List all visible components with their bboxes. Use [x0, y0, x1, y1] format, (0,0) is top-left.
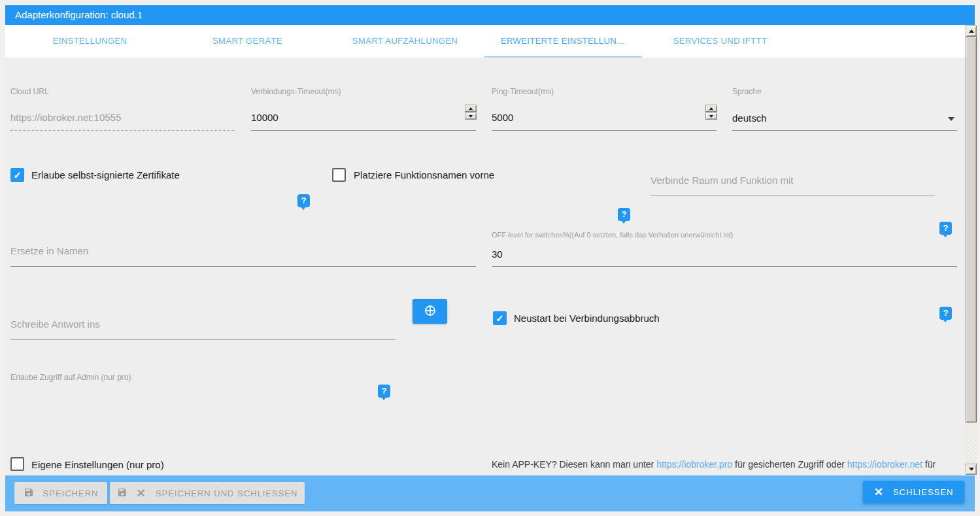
response-oid-input[interactable]	[10, 309, 396, 340]
close-button[interactable]: ✕ SCHLIESSEN	[863, 481, 964, 503]
close-icon: ✕	[874, 487, 884, 498]
function-first-checkbox[interactable]	[332, 168, 346, 182]
response-oid-help-icon[interactable]: ?	[378, 385, 390, 398]
function-first-help-icon[interactable]: ?	[618, 208, 630, 221]
tab-bar: EINSTELLUNGEN SMART GERÄTE SMART AUFZÄHL…	[5, 25, 966, 58]
concatenate-word-help-icon[interactable]: ?	[939, 222, 952, 235]
restart-on-disconnect-checkbox[interactable]: ✓	[493, 311, 507, 325]
select-object-id-button[interactable]	[413, 299, 447, 324]
off-level-input[interactable]	[492, 241, 957, 267]
scrollbar-thumb[interactable]	[966, 37, 977, 422]
function-first-label[interactable]: Platziere Funktionsnamen vorne	[354, 169, 494, 181]
connection-timeout-spinner[interactable]	[465, 105, 477, 120]
off-level-label: OFF level for switches%((Auf 0 setzten, …	[492, 231, 733, 239]
tab-strip: EINSTELLUNGEN SMART GERÄTE SMART AUFZÄHL…	[11, 25, 799, 58]
close-icon: ✕	[137, 488, 146, 499]
cloud-url-input	[10, 105, 235, 131]
appkey-hint-text: Kein APP-KEY? Diesen kann man unter http…	[492, 459, 958, 470]
self-signed-checkbox[interactable]: ✓	[10, 168, 24, 182]
cloud-url-label: Cloud URL	[10, 87, 49, 96]
footer-bar: SPEICHERN ✕ SPEICHERN UND SCHLIESSEN ✕ S…	[5, 475, 975, 511]
concatenate-word-input[interactable]	[651, 165, 935, 196]
iobroker-net-link[interactable]: https://iobroker.net	[847, 459, 922, 470]
connection-timeout-label: Verbindungs-Timeout(ms)	[251, 87, 341, 96]
vertical-scrollbar[interactable]	[966, 26, 977, 475]
save-and-close-button[interactable]: ✕ SPEICHERN UND SCHLIESSEN	[110, 482, 305, 504]
language-selected-value: deutsch	[732, 112, 767, 124]
plus-circle-icon	[423, 303, 437, 320]
ping-timeout-input[interactable]	[492, 105, 717, 131]
tab-einstellungen[interactable]: EINSTELLUNGEN	[11, 25, 169, 58]
restart-on-disconnect-label[interactable]: Neustart bei Verbindungsabbruch	[514, 313, 660, 324]
tab-erweiterte-einstellungen[interactable]: ERWEITERTE EINSTELLUN...	[484, 25, 641, 58]
iobroker-pro-link[interactable]: https://iobroker.pro	[656, 459, 732, 470]
save-icon	[24, 487, 34, 500]
scroll-down-icon[interactable]	[966, 464, 977, 475]
spin-up-icon[interactable]	[705, 105, 717, 112]
spin-down-icon[interactable]	[465, 112, 477, 120]
adapter-config-dialog: Adapterkonfiguration: cloud.1 EINSTELLUN…	[0, 0, 980, 516]
connection-timeout-input[interactable]	[251, 105, 476, 131]
own-settings-checkbox[interactable]	[10, 457, 24, 471]
spin-down-icon[interactable]	[705, 112, 717, 120]
save-icon	[117, 487, 127, 500]
own-settings-label[interactable]: Eigene Einstellungen (nur pro)	[31, 459, 164, 470]
dialog-title: Adapterkonfiguration: cloud.1	[15, 9, 143, 20]
save-button[interactable]: SPEICHERN	[14, 482, 107, 504]
ping-timeout-spinner[interactable]	[705, 105, 717, 120]
replaces-input[interactable]	[10, 235, 476, 267]
dialog-titlebar: Adapterkonfiguration: cloud.1	[5, 5, 975, 25]
check-icon: ✓	[13, 169, 22, 181]
off-level-help-icon[interactable]: ?	[939, 307, 952, 320]
spin-up-icon[interactable]	[465, 105, 477, 112]
self-signed-help-icon[interactable]: ?	[297, 194, 310, 207]
chevron-down-icon	[948, 117, 955, 121]
ping-timeout-label: Ping-Timeout(ms)	[492, 87, 554, 96]
admin-access-label: Erlaube Zugriff auf Admin (nur pro)	[10, 373, 131, 382]
check-icon: ✓	[496, 313, 504, 324]
self-signed-label[interactable]: Erlaube selbst-signierte Zertifikate	[31, 169, 180, 181]
language-label: Sprache	[732, 87, 762, 96]
language-select[interactable]: deutsch	[732, 105, 957, 131]
tab-services-und-ifttt[interactable]: SERVICES UND IFTTT	[641, 25, 799, 58]
scroll-up-icon[interactable]	[966, 26, 977, 37]
tab-smart-geraete[interactable]: SMART GERÄTE	[169, 25, 326, 58]
tab-smart-aufzaehlungen[interactable]: SMART AUFZÄHLUNGEN	[326, 25, 484, 58]
